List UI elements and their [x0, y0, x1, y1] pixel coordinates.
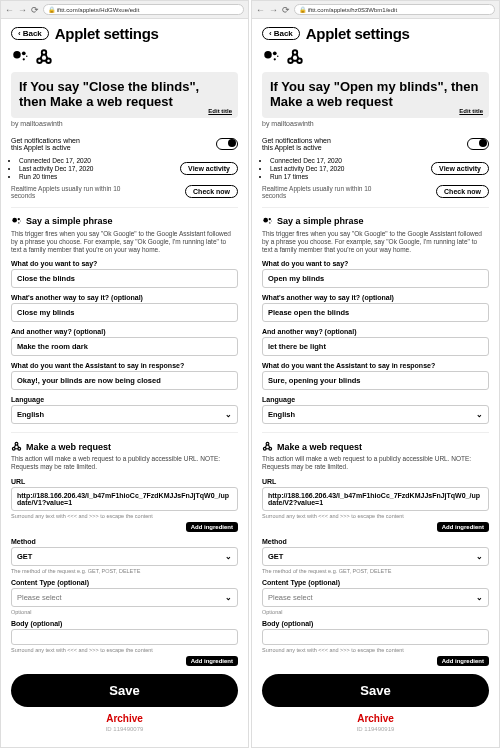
- phrase-desc: This trigger fires when you say "Ok Goog…: [262, 230, 489, 254]
- optional-help: Optional: [262, 609, 489, 615]
- check-now-button[interactable]: Check now: [185, 185, 238, 198]
- title-card: If You say "Close the blinds", then Make…: [11, 72, 238, 118]
- language-label: Language: [262, 396, 489, 403]
- svg-point-0: [13, 51, 21, 59]
- say-input-3[interactable]: let there be light: [262, 337, 489, 356]
- archive-link[interactable]: Archive: [262, 713, 489, 724]
- svg-point-15: [273, 51, 277, 55]
- view-activity-button[interactable]: View activity: [180, 162, 238, 175]
- svg-point-1: [22, 51, 26, 55]
- q1-label: What do you want to say?: [11, 260, 238, 267]
- add-ingredient-button[interactable]: Add ingredient: [186, 522, 238, 532]
- body-input[interactable]: [262, 629, 489, 645]
- applet-id: ID 119490079: [11, 726, 238, 732]
- say-input-3[interactable]: Make the room dark: [11, 337, 238, 356]
- method-help: The method of the request e.g. GET, POST…: [11, 568, 238, 574]
- byline: by mailtoaswinth: [262, 120, 489, 127]
- browser-bar: ← → ⟳ 🔒 ifttt.com/applets/HdGWxue/edit: [1, 1, 248, 19]
- ct-label: Content Type (optional): [11, 579, 238, 586]
- q2-label: What's another way to say it? (optional): [11, 294, 238, 301]
- escape-help: Surround any text with <<< and >>> to es…: [11, 513, 238, 519]
- back-button[interactable]: ‹ Back: [11, 27, 49, 40]
- save-button[interactable]: Save: [262, 674, 489, 707]
- q2-label: What's another way to say it? (optional): [262, 294, 489, 301]
- content-type-select[interactable]: Please select⌄: [11, 588, 238, 607]
- url-bar[interactable]: 🔒 ifttt.com/applets/HdGWxue/edit: [43, 4, 244, 15]
- nav-back-icon[interactable]: ←: [256, 5, 265, 15]
- edit-title-link[interactable]: Edit title: [459, 108, 483, 114]
- web-header: Make a web request: [277, 442, 362, 452]
- method-label: Method: [262, 538, 489, 545]
- q4-label: What do you want the Assistant to say in…: [11, 362, 238, 369]
- phrase-header: Say a simple phrase: [277, 216, 364, 226]
- chevron-down-icon: ⌄: [225, 593, 232, 602]
- response-input[interactable]: Sure, opening your blinds: [262, 371, 489, 390]
- save-button[interactable]: Save: [11, 674, 238, 707]
- realtime-note: Realtime Applets usually run within 10 s…: [11, 185, 141, 199]
- body-input[interactable]: [11, 629, 238, 645]
- meta-list: Connected Dec 17, 2020Last activity Dec …: [262, 157, 344, 181]
- body-label: Body (optional): [262, 620, 489, 627]
- say-input-2[interactable]: Close my blinds: [11, 303, 238, 322]
- q4-label: What do you want the Assistant to say in…: [262, 362, 489, 369]
- svg-point-21: [263, 218, 268, 223]
- escape-help: Surround any text with <<< and >>> to es…: [262, 513, 489, 519]
- page-title: Applet settings: [306, 25, 410, 42]
- url-input[interactable]: http://188.166.206.43/l_b47mF1hioCc_7Fzd…: [262, 487, 489, 511]
- say-input-2[interactable]: Please open the blinds: [262, 303, 489, 322]
- nav-reload-icon[interactable]: ⟳: [31, 5, 39, 15]
- q3-label: And another way? (optional): [11, 328, 238, 335]
- notif-label: Get notifications when this Applet is ac…: [11, 137, 80, 151]
- svg-point-17: [277, 56, 279, 58]
- say-input-1[interactable]: Open my blinds: [262, 269, 489, 288]
- back-button[interactable]: ‹ Back: [262, 27, 300, 40]
- chevron-down-icon: ⌄: [476, 410, 483, 419]
- language-select[interactable]: English⌄: [11, 405, 238, 424]
- svg-point-23: [269, 222, 270, 223]
- escape-help-2: Surround any text with <<< and >>> to es…: [11, 647, 238, 653]
- applet-title: If You say "Close the blinds", then Make…: [19, 80, 230, 110]
- page-title: Applet settings: [55, 25, 159, 42]
- svg-point-2: [23, 58, 25, 60]
- notif-toggle[interactable]: [216, 138, 238, 150]
- chevron-down-icon: ⌄: [225, 410, 232, 419]
- edit-title-link[interactable]: Edit title: [208, 108, 232, 114]
- method-label: Method: [11, 538, 238, 545]
- nav-fwd-icon[interactable]: →: [269, 5, 278, 15]
- webhooks-icon: [262, 441, 273, 452]
- body-label: Body (optional): [11, 620, 238, 627]
- url-bar[interactable]: 🔒 ifttt.com/applets/hz0S3Wbm1/edit: [294, 4, 495, 15]
- add-ingredient-button-2[interactable]: Add ingredient: [186, 656, 238, 666]
- notif-toggle[interactable]: [467, 138, 489, 150]
- svg-point-24: [271, 220, 272, 221]
- language-select[interactable]: English⌄: [262, 405, 489, 424]
- view-activity-button[interactable]: View activity: [431, 162, 489, 175]
- svg-point-22: [269, 218, 271, 220]
- assistant-icon: [262, 48, 280, 66]
- content-type-select[interactable]: Please select⌄: [262, 588, 489, 607]
- phrase-header: Say a simple phrase: [26, 216, 113, 226]
- svg-point-14: [264, 51, 272, 59]
- check-now-button[interactable]: Check now: [436, 185, 489, 198]
- notif-label: Get notifications when this Applet is ac…: [262, 137, 331, 151]
- add-ingredient-button[interactable]: Add ingredient: [437, 522, 489, 532]
- url-input[interactable]: http://188.166.206.43/l_b47mF1hioCc_7Fzd…: [11, 487, 238, 511]
- nav-reload-icon[interactable]: ⟳: [282, 5, 290, 15]
- say-input-1[interactable]: Close the blinds: [11, 269, 238, 288]
- add-ingredient-button-2[interactable]: Add ingredient: [437, 656, 489, 666]
- realtime-note: Realtime Applets usually run within 10 s…: [262, 185, 392, 199]
- escape-help-2: Surround any text with <<< and >>> to es…: [262, 647, 489, 653]
- method-select[interactable]: GET⌄: [11, 547, 238, 566]
- response-input[interactable]: Okay!, your blinds are now being closed: [11, 371, 238, 390]
- applet-title: If You say "Open my blinds", then Make a…: [270, 80, 481, 110]
- nav-back-icon[interactable]: ←: [5, 5, 14, 15]
- q1-label: What do you want to say?: [262, 260, 489, 267]
- svg-point-10: [20, 220, 21, 221]
- method-select[interactable]: GET⌄: [262, 547, 489, 566]
- webhooks-icon: [286, 48, 304, 66]
- svg-point-16: [274, 58, 276, 60]
- svg-point-7: [12, 218, 17, 223]
- archive-link[interactable]: Archive: [11, 713, 238, 724]
- nav-fwd-icon[interactable]: →: [18, 5, 27, 15]
- url-label: URL: [11, 478, 238, 485]
